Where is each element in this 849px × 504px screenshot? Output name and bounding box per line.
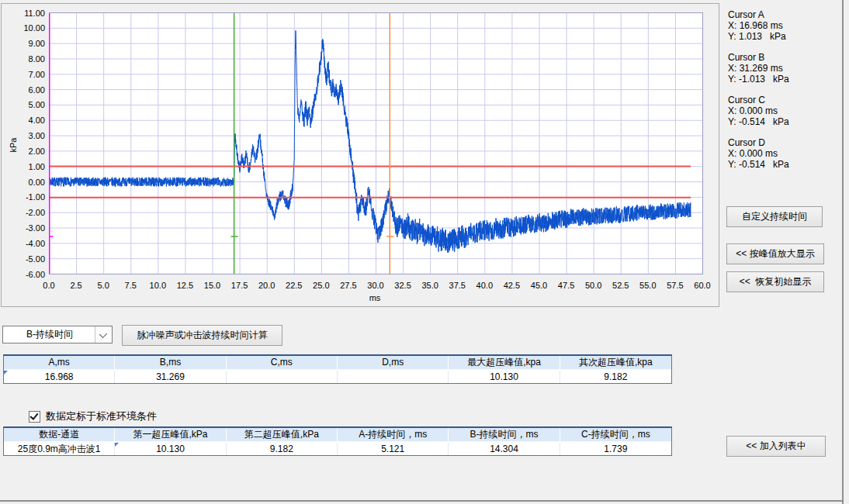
table-header-cell: C,ms — [227, 356, 338, 369]
y-tick-label: 10.00 — [8, 22, 45, 33]
table-header-cell: A,ms — [4, 356, 115, 369]
table-header-cell: 第二超压峰值,kPa — [227, 428, 338, 441]
duration-calc-button[interactable]: 脉冲噪声或冲击波持续时间计算 — [122, 325, 282, 346]
table-header-cell: 数据-通道 — [4, 428, 115, 441]
cursor-y-value: Y: -1.013 kPa — [728, 74, 789, 85]
cursor-x-value: X: 0.000 ms — [728, 148, 789, 159]
table-cell[interactable]: 14.304 — [449, 443, 560, 455]
duration-type-select[interactable]: B-持续时间 — [2, 326, 113, 343]
y-tick-label: 6.00 — [8, 85, 45, 95]
cursor-title: Cursor C — [728, 95, 789, 105]
table-header-cell: 第一超压峰值,kPa — [115, 428, 226, 441]
cursor-title: Cursor D — [728, 137, 789, 148]
standard-conditions-checkbox[interactable] — [29, 411, 40, 423]
table-header-cell: A-持续时间，ms — [338, 428, 449, 441]
channel-result-table: 数据-通道第一超压峰值,kPa第二超压峰值,kPaA-持续时间，msB-持续时间… — [3, 426, 672, 456]
table-cell[interactable]: 10.130 — [449, 371, 560, 383]
chevron-down-icon — [99, 330, 107, 338]
duration-type-value: B-持续时间 — [3, 326, 96, 343]
table-cell[interactable]: 5.121 — [338, 443, 449, 455]
table-cell[interactable]: 9.182 — [227, 443, 338, 455]
zoom-by-peak-button[interactable]: << 按峰值放大显示 — [726, 243, 824, 264]
y-tick-label: -6.00 — [8, 269, 45, 280]
cursor-y-value: Y: -0.514 kPa — [728, 159, 789, 170]
standard-conditions-checkbox-row[interactable]: 数据定标于标准环境条件 — [29, 409, 157, 423]
table-cell[interactable]: 31.269 — [115, 371, 226, 383]
y-tick-label: -2.00 — [8, 207, 45, 218]
table-cell[interactable] — [227, 371, 338, 383]
table-cell[interactable]: 10.130 — [115, 443, 226, 455]
window-border-bottom — [0, 500, 844, 502]
y-tick-label: 8.00 — [8, 54, 45, 64]
table-header-row: A,msB,msC,msD,ms最大超压峰值,kpa其次超压峰值,kpa — [4, 356, 671, 371]
table-header-cell: B-持续时间，ms — [449, 428, 560, 441]
y-tick-label: 4.00 — [8, 115, 45, 126]
standard-conditions-label: 数据定标于标准环境条件 — [46, 409, 157, 423]
cursor-group: Cursor AX: 16.968 msY: 1.013 kPa — [728, 9, 789, 42]
x-tick-label: 60.0 — [683, 281, 722, 291]
table-cell[interactable]: 25度0.9m高冲击波1 — [4, 443, 115, 455]
cursor-y-value: Y: -0.514 kPa — [728, 116, 789, 127]
cursor-x-value: X: 0.000 ms — [728, 105, 789, 116]
cursor-title: Cursor B — [728, 52, 789, 63]
table-row[interactable]: 16.96831.26910.1309.182 — [4, 371, 671, 383]
table-row[interactable]: 25度0.9m高冲击波110.1309.1825.12114.3041.739 — [4, 443, 671, 455]
y-axis-label: kPa — [9, 138, 18, 153]
y-tick-label: -5.00 — [8, 254, 45, 264]
combo-arrow-button[interactable] — [95, 326, 112, 343]
table-header-cell: C-持续时间，ms — [560, 428, 671, 441]
cursor-title: Cursor A — [728, 9, 789, 20]
table-header-cell: 最大超压峰值,kpa — [449, 356, 560, 369]
cursor-group: Cursor BX: 31.269 msY: -1.013 kPa — [728, 52, 789, 85]
cursor-x-value: X: 31.269 ms — [728, 63, 789, 74]
table-header-cell: 其次超压峰值,kpa — [560, 356, 671, 369]
y-tick-label: 9.00 — [8, 38, 45, 49]
y-tick-label: -1.00 — [8, 192, 45, 202]
table-cell[interactable]: 16.968 — [4, 371, 115, 383]
y-tick-label: 1.00 — [8, 161, 45, 172]
y-tick-label: 0.00 — [8, 177, 45, 188]
y-tick-label: 7.00 — [8, 69, 45, 80]
table-cell[interactable]: 1.739 — [560, 443, 671, 455]
y-tick-label: 11.00 — [8, 8, 45, 19]
table-cell[interactable]: 9.182 — [560, 371, 671, 383]
cursor-group: Cursor CX: 0.000 msY: -0.514 kPa — [728, 95, 789, 127]
restore-initial-display-button[interactable]: << 恢复初始显示 — [726, 271, 824, 292]
cursor-readout-panel: Cursor AX: 16.968 msY: 1.013 kPaCursor B… — [728, 9, 789, 180]
cursor-x-value: X: 16.968 ms — [728, 20, 789, 31]
custom-duration-button[interactable]: 自定义持续时间 — [726, 206, 823, 227]
y-tick-label: -3.00 — [8, 223, 45, 233]
table-cell[interactable] — [338, 371, 449, 383]
cursor-group: Cursor DX: 0.000 msY: -0.514 kPa — [728, 137, 789, 170]
cursor-result-table: A,msB,msC,msD,ms最大超压峰值,kpa其次超压峰值,kpa16.9… — [3, 354, 672, 384]
table-header-row: 数据-通道第一超压峰值,kPa第二超压峰值,kPaA-持续时间，msB-持续时间… — [4, 428, 671, 443]
app-window: { "chart_data": { "type": "line", "title… — [0, 0, 849, 504]
chart-panel: 11.0010.009.008.007.006.005.004.003.002.… — [1, 3, 719, 307]
y-tick-label: -4.00 — [8, 238, 45, 249]
waveform-plot[interactable] — [49, 12, 703, 278]
x-axis-label: ms — [359, 293, 390, 302]
y-tick-label: 5.00 — [8, 99, 45, 110]
add-to-list-button[interactable]: << 加入列表中 — [726, 436, 826, 457]
cursor-y-value: Y: 1.013 kPa — [728, 31, 789, 42]
table-header-cell: B,ms — [115, 356, 226, 369]
table-header-cell: D,ms — [338, 356, 449, 369]
window-border-right — [842, 0, 844, 504]
